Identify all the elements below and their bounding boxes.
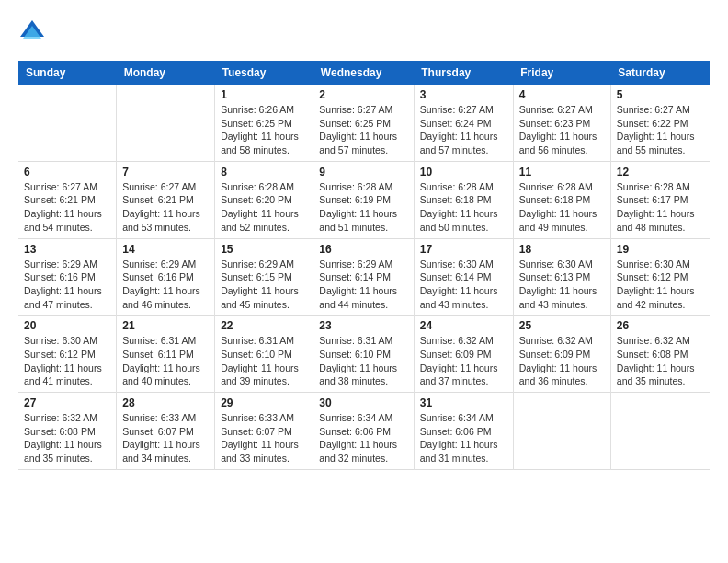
calendar-cell: 18Sunrise: 6:30 AMSunset: 6:13 PMDayligh…	[513, 238, 610, 316]
day-number: 21	[122, 319, 209, 332]
day-info: Sunrise: 6:31 AMSunset: 6:10 PMDaylight:…	[221, 334, 307, 388]
day-info: Sunrise: 6:28 AMSunset: 6:18 PMDaylight:…	[519, 180, 605, 235]
day-number: 27	[24, 396, 110, 409]
day-info: Sunrise: 6:27 AMSunset: 6:22 PMDaylight:…	[617, 103, 704, 157]
calendar-cell: 4Sunrise: 6:27 AMSunset: 6:23 PMDaylight…	[513, 85, 610, 161]
calendar-cell: 14Sunrise: 6:29 AMSunset: 6:16 PMDayligh…	[117, 238, 215, 316]
day-number: 26	[617, 319, 704, 332]
day-number: 15	[221, 243, 307, 256]
calendar-week-row: 6Sunrise: 6:27 AMSunset: 6:21 PMDaylight…	[18, 161, 710, 238]
day-info: Sunrise: 6:32 AMSunset: 6:08 PMDaylight:…	[617, 334, 704, 388]
day-number: 28	[122, 396, 209, 409]
calendar-cell: 26Sunrise: 6:32 AMSunset: 6:08 PMDayligh…	[610, 316, 710, 393]
calendar-header-row: SundayMondayTuesdayWednesdayThursdayFrid…	[18, 61, 710, 85]
day-number: 4	[519, 88, 605, 101]
calendar-week-row: 13Sunrise: 6:29 AMSunset: 6:16 PMDayligh…	[18, 238, 710, 316]
day-number: 20	[24, 319, 110, 332]
day-info: Sunrise: 6:26 AMSunset: 6:25 PMDaylight:…	[221, 103, 307, 157]
day-info: Sunrise: 6:30 AMSunset: 6:12 PMDaylight:…	[24, 334, 110, 388]
day-number: 8	[221, 166, 307, 178]
calendar-cell	[18, 85, 117, 161]
day-info: Sunrise: 6:30 AMSunset: 6:14 PMDaylight:…	[420, 258, 507, 312]
calendar-cell: 23Sunrise: 6:31 AMSunset: 6:10 PMDayligh…	[313, 316, 414, 393]
calendar-cell: 12Sunrise: 6:28 AMSunset: 6:17 PMDayligh…	[610, 161, 710, 238]
day-number: 9	[319, 166, 407, 178]
day-number: 19	[617, 243, 704, 256]
calendar-cell: 1Sunrise: 6:26 AMSunset: 6:25 PMDaylight…	[215, 85, 313, 161]
day-info: Sunrise: 6:31 AMSunset: 6:11 PMDaylight:…	[122, 334, 209, 388]
day-info: Sunrise: 6:29 AMSunset: 6:16 PMDaylight:…	[24, 258, 110, 312]
day-number: 31	[420, 396, 507, 409]
day-number: 30	[319, 396, 407, 409]
calendar-cell: 10Sunrise: 6:28 AMSunset: 6:18 PMDayligh…	[414, 161, 513, 238]
day-info: Sunrise: 6:28 AMSunset: 6:20 PMDaylight:…	[221, 180, 307, 235]
header-friday: Friday	[513, 61, 610, 85]
day-number: 10	[420, 166, 507, 178]
day-info: Sunrise: 6:32 AMSunset: 6:09 PMDaylight:…	[420, 334, 507, 388]
day-number: 3	[420, 88, 507, 101]
day-info: Sunrise: 6:28 AMSunset: 6:17 PMDaylight:…	[617, 180, 704, 235]
calendar-cell	[513, 393, 610, 470]
calendar-cell: 19Sunrise: 6:30 AMSunset: 6:12 PMDayligh…	[610, 238, 710, 316]
day-info: Sunrise: 6:27 AMSunset: 6:25 PMDaylight:…	[319, 103, 407, 157]
day-info: Sunrise: 6:33 AMSunset: 6:07 PMDaylight:…	[122, 411, 209, 465]
day-info: Sunrise: 6:32 AMSunset: 6:09 PMDaylight:…	[519, 334, 605, 388]
day-number: 14	[122, 243, 209, 256]
day-number: 7	[122, 166, 209, 178]
day-number: 6	[24, 166, 110, 178]
logo	[18, 18, 50, 46]
calendar-week-row: 27Sunrise: 6:32 AMSunset: 6:08 PMDayligh…	[18, 393, 710, 470]
day-info: Sunrise: 6:28 AMSunset: 6:18 PMDaylight:…	[420, 180, 507, 235]
calendar-cell: 29Sunrise: 6:33 AMSunset: 6:07 PMDayligh…	[215, 393, 313, 470]
day-info: Sunrise: 6:34 AMSunset: 6:06 PMDaylight:…	[319, 411, 407, 465]
calendar-cell	[610, 393, 710, 470]
calendar-cell: 17Sunrise: 6:30 AMSunset: 6:14 PMDayligh…	[414, 238, 513, 316]
calendar-week-row: 20Sunrise: 6:30 AMSunset: 6:12 PMDayligh…	[18, 316, 710, 393]
day-info: Sunrise: 6:29 AMSunset: 6:16 PMDaylight:…	[122, 258, 209, 312]
day-info: Sunrise: 6:33 AMSunset: 6:07 PMDaylight:…	[221, 411, 307, 465]
calendar-cell: 3Sunrise: 6:27 AMSunset: 6:24 PMDaylight…	[414, 85, 513, 161]
calendar-cell: 30Sunrise: 6:34 AMSunset: 6:06 PMDayligh…	[313, 393, 414, 470]
day-info: Sunrise: 6:29 AMSunset: 6:15 PMDaylight:…	[221, 258, 307, 312]
calendar-cell: 25Sunrise: 6:32 AMSunset: 6:09 PMDayligh…	[513, 316, 610, 393]
calendar-cell: 13Sunrise: 6:29 AMSunset: 6:16 PMDayligh…	[18, 238, 117, 316]
calendar-week-row: 1Sunrise: 6:26 AMSunset: 6:25 PMDaylight…	[18, 85, 710, 161]
calendar-cell: 6Sunrise: 6:27 AMSunset: 6:21 PMDaylight…	[18, 161, 117, 238]
header-sunday: Sunday	[18, 61, 117, 85]
day-number: 25	[519, 319, 605, 332]
calendar-cell: 15Sunrise: 6:29 AMSunset: 6:15 PMDayligh…	[215, 238, 313, 316]
day-info: Sunrise: 6:31 AMSunset: 6:10 PMDaylight:…	[319, 334, 407, 388]
day-number: 12	[617, 166, 704, 178]
day-number: 13	[24, 243, 110, 256]
calendar-cell: 31Sunrise: 6:34 AMSunset: 6:06 PMDayligh…	[414, 393, 513, 470]
calendar-cell: 16Sunrise: 6:29 AMSunset: 6:14 PMDayligh…	[313, 238, 414, 316]
calendar-cell: 21Sunrise: 6:31 AMSunset: 6:11 PMDayligh…	[117, 316, 215, 393]
day-info: Sunrise: 6:30 AMSunset: 6:12 PMDaylight:…	[617, 258, 704, 312]
calendar-cell: 11Sunrise: 6:28 AMSunset: 6:18 PMDayligh…	[513, 161, 610, 238]
day-info: Sunrise: 6:29 AMSunset: 6:14 PMDaylight:…	[319, 258, 407, 312]
header-monday: Monday	[117, 61, 215, 85]
calendar-cell: 22Sunrise: 6:31 AMSunset: 6:10 PMDayligh…	[215, 316, 313, 393]
day-number: 1	[221, 88, 307, 101]
day-number: 29	[221, 396, 307, 409]
day-number: 22	[221, 319, 307, 332]
calendar-cell: 27Sunrise: 6:32 AMSunset: 6:08 PMDayligh…	[18, 393, 117, 470]
day-number: 5	[617, 88, 704, 101]
header-tuesday: Tuesday	[215, 61, 313, 85]
day-number: 17	[420, 243, 507, 256]
day-number: 11	[519, 166, 605, 178]
calendar-cell: 2Sunrise: 6:27 AMSunset: 6:25 PMDaylight…	[313, 85, 414, 161]
header-thursday: Thursday	[414, 61, 513, 85]
calendar-cell: 24Sunrise: 6:32 AMSunset: 6:09 PMDayligh…	[414, 316, 513, 393]
calendar-cell: 8Sunrise: 6:28 AMSunset: 6:20 PMDaylight…	[215, 161, 313, 238]
calendar-cell: 28Sunrise: 6:33 AMSunset: 6:07 PMDayligh…	[117, 393, 215, 470]
calendar-cell	[117, 85, 215, 161]
calendar-cell: 20Sunrise: 6:30 AMSunset: 6:12 PMDayligh…	[18, 316, 117, 393]
calendar: SundayMondayTuesdayWednesdayThursdayFrid…	[18, 61, 710, 470]
day-info: Sunrise: 6:34 AMSunset: 6:06 PMDaylight:…	[420, 411, 507, 465]
day-info: Sunrise: 6:27 AMSunset: 6:21 PMDaylight:…	[122, 180, 209, 235]
day-info: Sunrise: 6:28 AMSunset: 6:19 PMDaylight:…	[319, 180, 407, 235]
calendar-cell: 9Sunrise: 6:28 AMSunset: 6:19 PMDaylight…	[313, 161, 414, 238]
calendar-cell: 7Sunrise: 6:27 AMSunset: 6:21 PMDaylight…	[117, 161, 215, 238]
header-saturday: Saturday	[610, 61, 710, 85]
